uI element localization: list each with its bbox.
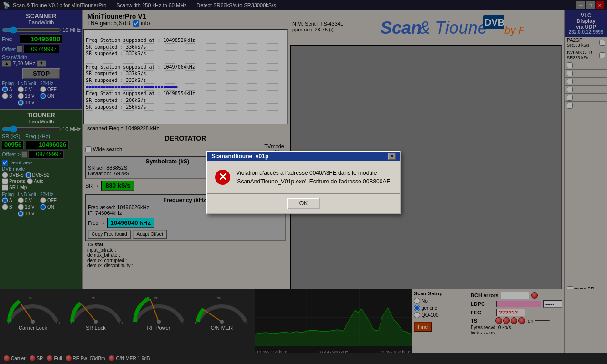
modal-ok-button[interactable]: OK	[287, 198, 320, 209]
modal-dialog: Scanandtioune_v01p ✕ ✕ Violation d'accès…	[206, 151, 401, 214]
modal-message-line1: Violation d'accès à l'adresse 0040A3FE d…	[236, 170, 377, 176]
modal-message-line2: 'ScanAndTioune_V01p.exe'. Ecriture de l'…	[236, 178, 392, 185]
modal-title: Scanandtioune_v01p	[211, 153, 268, 160]
modal-close-button[interactable]: ✕	[388, 153, 396, 160]
modal-title-bar: Scanandtioune_v01p ✕	[207, 152, 400, 161]
modal-footer: OK	[207, 193, 400, 213]
modal-content: ✕ Violation d'accès à l'adresse 0040A3FE…	[207, 161, 400, 193]
modal-error-icon: ✕	[215, 170, 230, 185]
modal-message: Violation d'accès à l'adresse 0040A3FE d…	[236, 169, 392, 186]
modal-overlay[interactable]: Scanandtioune_v01p ✕ ✕ Violation d'accès…	[0, 0, 607, 364]
